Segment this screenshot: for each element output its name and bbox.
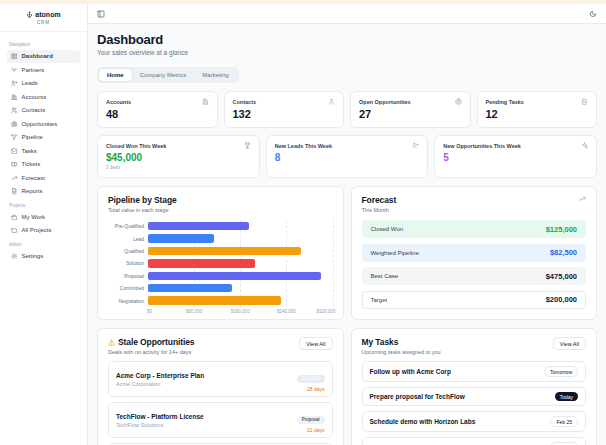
- forecast-subtitle: This Month: [362, 207, 397, 213]
- stat-value: 8: [275, 152, 420, 163]
- task-title: Prepare proposal for TechFlow: [370, 393, 465, 400]
- task-item-review-contract[interactable]: Review contract terms - Pinnacle Feb 27: [362, 437, 587, 445]
- forecast-row-best-case: Best Case $475,000: [362, 267, 587, 285]
- chart-category-label: Negotiation: [108, 294, 148, 306]
- sidebar-item-tickets[interactable]: Tickets: [7, 158, 80, 171]
- stat-card-contacts: Contacts 132: [224, 91, 345, 128]
- chart-category-label: Solution: [108, 257, 148, 269]
- pipeline-bar-pre-qualified: [148, 222, 249, 231]
- pipeline-bar-qualified: [148, 247, 301, 256]
- stat-label: Accounts: [106, 99, 131, 105]
- users-icon: [11, 107, 18, 114]
- pipeline-bar-proposal: [148, 272, 321, 281]
- sidebar-item-my-work[interactable]: My Work: [7, 211, 80, 224]
- briefcase-icon: [11, 214, 18, 221]
- stale-item-acme[interactable]: Acme Corp - Enterprise Plan Acme Corpora…: [108, 361, 333, 397]
- deal-title: TechFlow - Platform License: [116, 413, 204, 420]
- stat-value: 48: [106, 108, 209, 120]
- tasks-title: My Tasks: [362, 337, 441, 347]
- dashboard-tabs: Home Company Metrics Marketing: [97, 67, 239, 83]
- chart-category-label: Proposal: [108, 270, 148, 282]
- forecast-panel: Forecast This Month Closed Won $125,000 …: [351, 186, 598, 320]
- sidebar-item-accounts[interactable]: Accounts: [7, 91, 80, 104]
- sidebar: atonom CRM Navigation Dashboard Partners…: [0, 4, 88, 445]
- tab-home[interactable]: Home: [99, 69, 132, 81]
- sidebar-item-dashboard[interactable]: Dashboard: [7, 50, 80, 63]
- sidebar-item-label: Tasks: [22, 148, 37, 154]
- task-item-schedule-demo[interactable]: Schedule demo with Horizon Labs Feb 25: [362, 411, 587, 432]
- forecast-row-label: Closed Won: [371, 226, 404, 232]
- sidebar-item-pipeline[interactable]: Pipeline: [7, 131, 80, 144]
- sidebar-item-settings[interactable]: Settings: [7, 250, 80, 263]
- funnel-icon: [11, 134, 18, 141]
- topbar: [88, 4, 606, 24]
- stat-label: New Opportunities This Week: [443, 143, 521, 149]
- task-item-follow-up[interactable]: Follow up with Acme Corp Tomorrow: [362, 361, 587, 382]
- user-icon: [328, 98, 335, 105]
- sidebar-toggle-icon[interactable]: [97, 10, 105, 18]
- pipeline-chart-title: Pipeline by Stage: [108, 195, 333, 205]
- forecast-row-value: $82,500: [550, 248, 577, 257]
- stat-label: Closed Won This Week: [106, 143, 166, 149]
- ticket-icon: [11, 161, 18, 168]
- sidebar-item-contacts[interactable]: Contacts: [7, 104, 80, 117]
- file-text-icon: [11, 188, 18, 195]
- stale-item-techflow[interactable]: TechFlow - Platform License TechFlow Sol…: [108, 402, 333, 438]
- theme-toggle-moon-icon[interactable]: [589, 10, 597, 18]
- square-check-icon: [11, 148, 18, 155]
- sidebar-item-label: Partners: [22, 67, 45, 73]
- stat-card-new-leads-week: New Leads This Week 8: [266, 135, 429, 178]
- layout-grid-icon: [11, 53, 18, 60]
- tab-company-metrics[interactable]: Company Metrics: [132, 69, 195, 81]
- pipeline-by-stage-panel: Pipeline by Stage Total value in each st…: [97, 186, 344, 320]
- forecast-row-value: $475,000: [546, 272, 577, 281]
- tasks-subtitle: Upcoming tasks assigned to you: [362, 349, 441, 355]
- clipboard-icon: [581, 98, 588, 105]
- user-plus-icon: [11, 80, 18, 87]
- forecast-row-label: Best Case: [371, 273, 399, 279]
- stage-badge: Proposal: [297, 416, 325, 424]
- stat-label: Open Opportunities: [359, 99, 411, 105]
- folder-icon: [11, 227, 18, 234]
- trophy-icon: [244, 142, 251, 149]
- building-icon: [202, 98, 209, 105]
- chart-x-tick: $240,000: [277, 309, 296, 314]
- sidebar-item-opportunities[interactable]: Opportunities: [7, 118, 80, 131]
- building-icon: [11, 94, 18, 101]
- pipeline-bar-lead: [148, 234, 214, 243]
- task-title: Schedule demo with Horizon Labs: [370, 418, 476, 425]
- pipeline-bar-committed: [148, 284, 232, 293]
- chart-category-label: Qualified: [108, 245, 148, 257]
- sidebar-item-all-projects[interactable]: All Projects: [7, 224, 80, 237]
- sidebar-item-label: Tickets: [22, 161, 41, 167]
- forecast-row-value: $125,000: [546, 225, 577, 234]
- task-item-prepare-proposal[interactable]: Prepare proposal for TechFlow Today: [362, 387, 587, 406]
- pipeline-chart-subtitle: Total value in each stage: [108, 207, 333, 213]
- sidebar-item-label: Opportunities: [22, 121, 58, 127]
- target-icon: [455, 98, 462, 105]
- sidebar-item-label: Forecast: [22, 175, 45, 181]
- stat-value: 5: [443, 152, 588, 163]
- tasks-view-all-button[interactable]: View All: [553, 337, 586, 350]
- stat-label: New Leads This Week: [275, 143, 332, 149]
- pipeline-bar-negotiation: [148, 296, 281, 305]
- pipeline-bar-solution: [148, 259, 255, 268]
- alert-triangle-icon: [108, 339, 115, 346]
- sidebar-item-tasks[interactable]: Tasks: [7, 145, 80, 158]
- handshake-icon: [11, 67, 18, 74]
- sidebar-item-forecast[interactable]: Forecast: [7, 172, 80, 185]
- chart-x-tick: $0: [147, 309, 152, 314]
- chart-line-icon: [11, 175, 18, 182]
- sidebar-item-reports[interactable]: Reports: [7, 185, 80, 198]
- sidebar-item-partners[interactable]: Partners: [7, 64, 80, 77]
- sidebar-item-label: Leads: [22, 80, 38, 86]
- sidebar-item-leads[interactable]: Leads: [7, 77, 80, 90]
- logo: atonom CRM: [0, 4, 87, 32]
- due-badge: Feb 25: [550, 416, 578, 427]
- sidebar-item-label: All Projects: [22, 227, 52, 233]
- forecast-row-value: $200,000: [546, 295, 577, 304]
- stale-view-all-button[interactable]: View All: [299, 337, 332, 350]
- chart-category-label: Committed: [108, 282, 148, 294]
- tab-marketing[interactable]: Marketing: [194, 69, 236, 81]
- deal-company: TechFlow Solutions: [116, 422, 204, 428]
